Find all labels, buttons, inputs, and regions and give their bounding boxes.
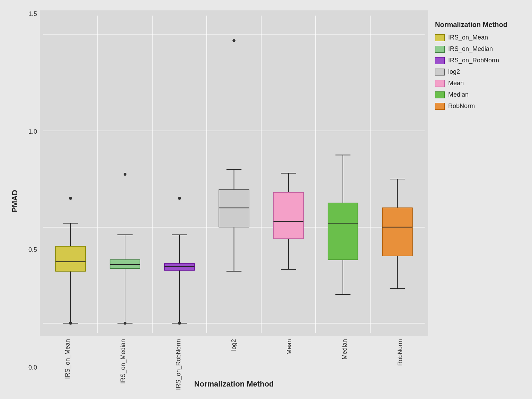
- x-tick: Mean: [262, 336, 317, 378]
- svg-point-83: [124, 173, 126, 176]
- legend-color-box: [435, 80, 445, 87]
- plot-with-axes: PMAD 1.51.00.50.0 IRS_on_MeanIRS_on_Medi…: [7, 10, 428, 392]
- y-axis-label: PMAD: [7, 10, 21, 392]
- legend-color-box: [435, 46, 445, 53]
- x-tick: IRS_on_Median: [95, 336, 151, 378]
- legend-label: log2: [448, 68, 460, 76]
- svg-point-76: [69, 322, 72, 325]
- y-axis: 1.51.00.50.0: [21, 10, 40, 392]
- legend-items: IRS_on_Mean IRS_on_Median IRS_on_RobNorm…: [435, 34, 522, 114]
- x-tick: IRS_on_RobNorm: [151, 336, 206, 378]
- legend-color-box: [435, 57, 445, 64]
- svg-rect-116: [382, 208, 413, 256]
- plot-area: PMAD 1.51.00.50.0 IRS_on_MeanIRS_on_Medi…: [7, 10, 428, 392]
- legend-color-box: [435, 91, 445, 98]
- svg-point-99: [233, 39, 236, 42]
- svg-point-75: [69, 197, 72, 200]
- svg-rect-81: [110, 260, 140, 268]
- legend-label: RobNorm: [448, 103, 475, 110]
- svg-rect-89: [165, 264, 195, 270]
- boxplot-svg: [40, 10, 428, 336]
- svg-rect-104: [274, 193, 304, 239]
- legend-item: IRS_on_Mean: [435, 34, 522, 41]
- svg-rect-97: [219, 189, 249, 227]
- svg-point-92: [178, 322, 181, 325]
- svg-point-84: [124, 322, 126, 325]
- legend-item: log2: [435, 68, 522, 76]
- x-axis-labels: IRS_on_MeanIRS_on_MedianIRS_on_RobNormlo…: [40, 336, 428, 378]
- legend: Normalization Method IRS_on_Mean IRS_on_…: [428, 10, 525, 392]
- plot-inner: IRS_on_MeanIRS_on_MedianIRS_on_RobNormlo…: [40, 10, 428, 392]
- legend-color-box: [435, 103, 445, 110]
- x-tick: Median: [317, 336, 373, 378]
- svg-point-91: [178, 197, 181, 200]
- legend-label: Median: [448, 91, 469, 98]
- legend-color-box: [435, 34, 445, 41]
- svg-rect-73: [55, 246, 86, 271]
- legend-item: IRS_on_RobNorm: [435, 57, 522, 64]
- legend-item: IRS_on_Median: [435, 45, 522, 53]
- legend-label: IRS_on_Median: [448, 45, 493, 53]
- y-tick: 1.5: [28, 10, 37, 18]
- x-tick: log2: [206, 336, 261, 378]
- x-tick: RobNorm: [373, 336, 428, 378]
- grid-and-boxes: [40, 10, 428, 336]
- legend-item: Median: [435, 91, 522, 98]
- chart-container: PMAD 1.51.00.50.0 IRS_on_MeanIRS_on_Medi…: [0, 0, 532, 399]
- legend-title: Normalization Method: [435, 21, 522, 29]
- y-tick: 1.0: [28, 128, 37, 135]
- y-tick: 0.5: [28, 246, 37, 254]
- x-axis-label: Normalization Method: [40, 378, 428, 392]
- svg-rect-110: [328, 203, 358, 260]
- legend-label: IRS_on_Mean: [448, 34, 488, 41]
- legend-color-box: [435, 69, 445, 76]
- x-tick: IRS_on_Mean: [40, 336, 95, 378]
- legend-label: IRS_on_RobNorm: [448, 57, 499, 64]
- y-tick: 0.0: [28, 364, 37, 371]
- legend-item: RobNorm: [435, 103, 522, 110]
- legend-label: Mean: [448, 80, 464, 87]
- legend-item: Mean: [435, 80, 522, 87]
